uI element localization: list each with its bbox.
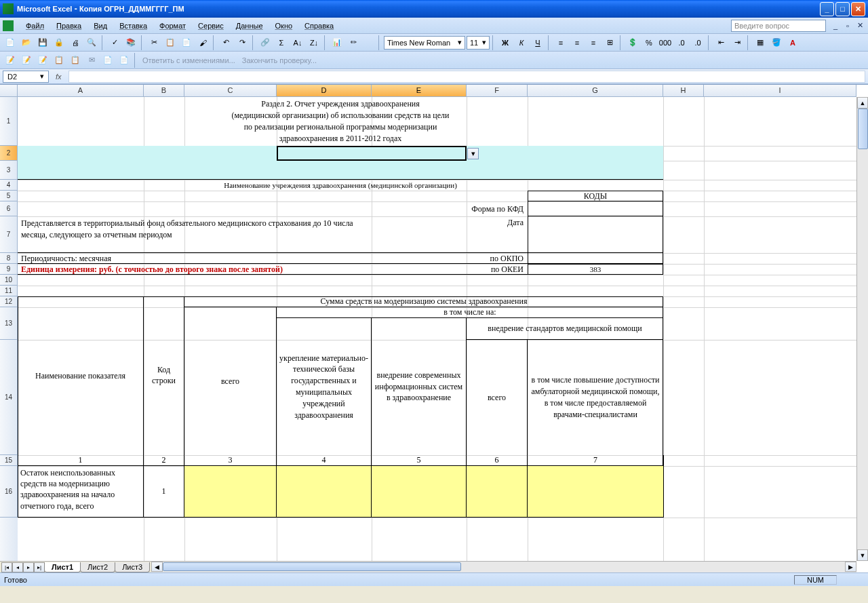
- tab-nav-next[interactable]: ▸: [23, 562, 34, 572]
- font-selector[interactable]: Times New Roman▾: [384, 36, 465, 50]
- row16-f[interactable]: [467, 466, 528, 517]
- maximize-button[interactable]: □: [835, 2, 850, 16]
- preview-button[interactable]: 🔍: [84, 35, 99, 50]
- row-5[interactable]: 5: [0, 191, 18, 201]
- redo-button[interactable]: ↷: [235, 35, 250, 50]
- font-size-selector[interactable]: 11▾: [467, 36, 490, 50]
- sheet-tab-3[interactable]: Лист3: [115, 562, 150, 572]
- header-fg[interactable]: внедрение стандартов медицинской помощи: [467, 318, 663, 340]
- percent-button[interactable]: %: [642, 35, 656, 50]
- new-button[interactable]: 📄: [3, 35, 18, 50]
- print-button[interactable]: 🖨: [68, 35, 83, 50]
- header-d[interactable]: укрепление материально-технической базы …: [277, 318, 372, 455]
- doc-minimize-button[interactable]: _: [830, 20, 841, 31]
- inc-indent-button[interactable]: ⇥: [730, 35, 745, 50]
- v-scroll-thumb[interactable]: [858, 109, 868, 149]
- submit-info[interactable]: Представляется в территориальный фонд об…: [19, 216, 372, 253]
- menu-edit[interactable]: Правка: [51, 20, 87, 31]
- col-F[interactable]: F: [467, 85, 528, 96]
- header-f[interactable]: всего: [467, 340, 528, 455]
- row16-code[interactable]: 1: [144, 466, 184, 517]
- fx-icon[interactable]: fx: [53, 73, 64, 81]
- menu-tools[interactable]: Сервис: [193, 20, 229, 31]
- end-review-button[interactable]: Закончить проверку...: [239, 56, 319, 64]
- doc-restore-button[interactable]: ▫: [842, 20, 853, 31]
- col-I[interactable]: I: [704, 85, 856, 96]
- review-btn-5[interactable]: 📋: [68, 53, 83, 68]
- minimize-button[interactable]: _: [820, 2, 834, 16]
- menu-format[interactable]: Формат: [154, 20, 191, 31]
- sort-desc-button[interactable]: Z↓: [307, 35, 321, 50]
- forma-label[interactable]: Форма по КФД: [372, 201, 528, 216]
- header-total[interactable]: всего: [184, 307, 277, 455]
- org-name-label[interactable]: Наименование учреждения здравоохранения …: [18, 180, 663, 191]
- spell-button[interactable]: ✓: [107, 35, 122, 50]
- row-13[interactable]: 13: [0, 307, 18, 340]
- colnum-7[interactable]: 7: [528, 455, 663, 465]
- row-16[interactable]: 16: [0, 466, 18, 518]
- colnum-5[interactable]: 5: [372, 455, 467, 465]
- comma-button[interactable]: 000: [658, 35, 673, 50]
- periodicity[interactable]: Периодичность: месячная: [19, 253, 277, 264]
- scroll-left-button[interactable]: ◀: [151, 562, 163, 572]
- row16-g[interactable]: [528, 466, 663, 517]
- active-cell-D2[interactable]: [277, 146, 467, 161]
- help-question-box[interactable]: [731, 20, 826, 32]
- reply-changes-button[interactable]: Ответить с изменениями...: [140, 56, 238, 64]
- row-6[interactable]: 6: [0, 201, 18, 216]
- tab-nav-first[interactable]: |◂: [1, 562, 12, 572]
- header-incl[interactable]: в том числе на:: [277, 307, 663, 318]
- row-10[interactable]: 10: [0, 275, 18, 286]
- okpo-label[interactable]: по ОКПО: [372, 253, 528, 264]
- scroll-right-button[interactable]: ▶: [845, 562, 856, 572]
- menu-view[interactable]: Вид: [88, 20, 113, 31]
- underline-button[interactable]: Ч: [530, 35, 545, 50]
- review-btn-8[interactable]: 📄: [117, 53, 132, 68]
- header-e[interactable]: внедрение современных информационных сис…: [372, 318, 467, 455]
- row-8[interactable]: 8: [0, 253, 18, 264]
- cut-button[interactable]: ✂: [146, 35, 161, 50]
- fill-color-button[interactable]: 🪣: [769, 35, 784, 50]
- col-A[interactable]: A: [18, 85, 144, 96]
- okei-label[interactable]: по ОКЕИ: [372, 264, 528, 275]
- menu-window[interactable]: Окно: [270, 20, 298, 31]
- sheet-tab-1[interactable]: Лист1: [44, 562, 81, 572]
- dec-decimal-button[interactable]: .0: [690, 35, 705, 50]
- row-7[interactable]: 7: [0, 216, 18, 253]
- name-box[interactable]: D2▾: [3, 71, 49, 83]
- row-3[interactable]: 3: [0, 161, 18, 180]
- title-cell[interactable]: Раздел 2. Отчет учреждения здравоохранен…: [18, 97, 663, 146]
- date-label[interactable]: Дата: [372, 216, 528, 229]
- review-btn-4[interactable]: 📋: [52, 53, 66, 68]
- review-btn-2[interactable]: 📝: [19, 53, 34, 68]
- italic-button[interactable]: К: [514, 35, 529, 50]
- header-g[interactable]: в том числе повышение доступности амбула…: [528, 340, 663, 455]
- align-left-button[interactable]: ≡: [553, 35, 568, 50]
- vertical-scrollbar[interactable]: ▲ ▼: [856, 97, 868, 561]
- cells-area[interactable]: Раздел 2. Отчет учреждения здравоохранен…: [18, 97, 856, 561]
- menu-help[interactable]: Справка: [299, 20, 339, 31]
- review-btn-7[interactable]: 📄: [100, 53, 115, 68]
- row-15[interactable]: 15: [0, 455, 18, 466]
- inc-decimal-button[interactable]: .0: [674, 35, 689, 50]
- row-4[interactable]: 4: [0, 180, 18, 191]
- research-button[interactable]: 📚: [123, 35, 138, 50]
- colnum-2[interactable]: 2: [144, 455, 184, 465]
- autosum-button[interactable]: Σ: [274, 35, 289, 50]
- borders-button[interactable]: ▦: [753, 35, 768, 50]
- date-value[interactable]: [528, 216, 663, 253]
- menu-file[interactable]: Файл: [20, 20, 50, 31]
- dropdown-arrow[interactable]: ▾: [467, 148, 479, 159]
- row-2[interactable]: 2: [0, 146, 18, 161]
- unit-measure[interactable]: Единица измерения: руб. (с точностью до …: [19, 264, 372, 275]
- align-right-button[interactable]: ≡: [586, 35, 601, 50]
- dec-indent-button[interactable]: ⇤: [713, 35, 728, 50]
- row16-e[interactable]: [372, 466, 467, 517]
- col-H[interactable]: H: [663, 85, 704, 96]
- row16-d[interactable]: [277, 466, 372, 517]
- close-button[interactable]: ✕: [851, 2, 865, 16]
- formula-bar[interactable]: [68, 71, 865, 83]
- col-D[interactable]: D: [277, 85, 372, 96]
- row-1[interactable]: 1: [0, 97, 18, 146]
- col-B[interactable]: B: [144, 85, 184, 96]
